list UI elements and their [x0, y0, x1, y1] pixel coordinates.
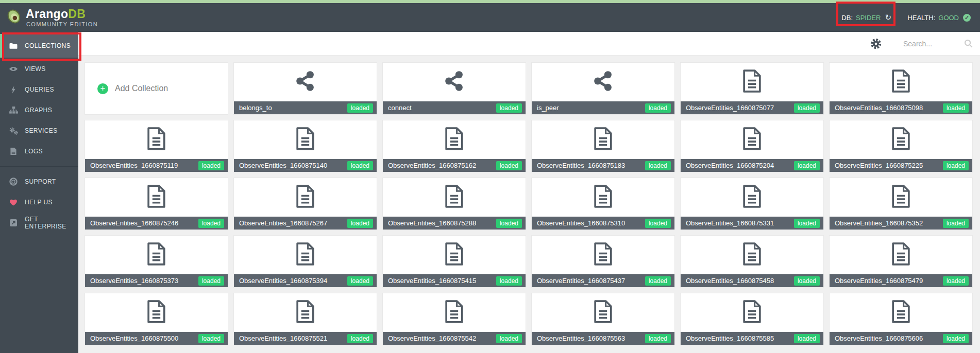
tile-footer: ObserveEntities_1660875077loaded [681, 101, 823, 114]
collection-name: ObserveEntities_1660875479 [835, 277, 940, 285]
gear-icon[interactable] [870, 38, 882, 49]
collection-name: ObserveEntities_1660875140 [239, 162, 344, 169]
collection-tile[interactable]: ObserveEntities_1660875140loaded [233, 120, 377, 172]
sidebar-item-label: HELP US [25, 199, 53, 206]
status-badge: loaded [794, 219, 820, 228]
avocado-icon [5, 8, 23, 27]
collection-tile[interactable]: ObserveEntities_1660875331loaded [680, 178, 824, 230]
tile-footer: connectloaded [383, 101, 526, 114]
health-label: HEALTH: [907, 14, 935, 22]
collection-tile[interactable]: ObserveEntities_1660875267loaded [233, 178, 377, 230]
db-indicator[interactable]: DB: SPIDER ↻ [841, 3, 891, 32]
tile-footer: ObserveEntities_1660875267loaded [234, 217, 377, 230]
collection-tile[interactable]: ObserveEntities_1660875162loaded [382, 120, 526, 172]
collection-tile[interactable]: ObserveEntities_1660875183loaded [531, 120, 675, 172]
search-icon[interactable] [964, 39, 973, 48]
sidebar-item-graphs[interactable]: GRAPHS [0, 100, 78, 120]
status-badge: loaded [943, 334, 969, 343]
collection-tile[interactable]: ObserveEntities_1660875119loaded [85, 120, 228, 172]
collection-tile[interactable]: ObserveEntities_1660875563loaded [531, 293, 675, 345]
collection-tile[interactable]: ObserveEntities_1660875500loaded [85, 293, 228, 345]
sidebar-item-logs[interactable]: LOGS [0, 141, 78, 162]
collection-name: ObserveEntities_1660875162 [388, 162, 493, 169]
collection-name: ObserveEntities_1660875394 [239, 277, 344, 285]
status-badge: loaded [943, 103, 969, 113]
collection-name: ObserveEntities_1660875204 [686, 162, 791, 169]
sidebar-item-support[interactable]: SUPPORT [0, 171, 78, 192]
refresh-icon[interactable]: ↻ [885, 13, 891, 22]
check-circle-icon: ✓ [963, 14, 971, 22]
external-link-icon [9, 219, 18, 227]
document-icon [296, 127, 315, 152]
sidebar-item-views[interactable]: VIEWS [0, 59, 78, 79]
collection-tile[interactable]: ObserveEntities_1660875542loaded [382, 293, 526, 345]
sidebar-item-label: GET ENTERPRISE [25, 216, 78, 230]
status-badge: loaded [198, 334, 224, 343]
document-icon [445, 242, 464, 268]
collection-name: connect [388, 104, 493, 112]
collection-tile[interactable]: ObserveEntities_1660875585loaded [680, 293, 824, 345]
tile-footer: ObserveEntities_1660875119loaded [85, 159, 228, 172]
arangodb-logo: ArangoDB COMMUNITY EDITION [5, 8, 98, 27]
status-badge: loaded [645, 219, 671, 228]
status-badge: loaded [347, 334, 373, 343]
collection-tile[interactable]: ObserveEntities_1660875373loaded [85, 235, 228, 288]
collection-name: ObserveEntities_1660875077 [686, 104, 791, 112]
collection-tile[interactable]: is_peerloaded [531, 62, 675, 115]
collection-tile[interactable]: ObserveEntities_1660875246loaded [85, 178, 228, 230]
collection-tile[interactable]: ObserveEntities_1660875437loaded [531, 235, 675, 288]
sidebar-item-get-enterprise[interactable]: GET ENTERPRISE [0, 213, 78, 233]
document-icon [147, 242, 166, 268]
tile-footer: ObserveEntities_1660875585loaded [681, 332, 823, 345]
collection-tile[interactable]: ObserveEntities_1660875394loaded [233, 235, 377, 288]
sidebar-item-help-us[interactable]: HELP US [0, 192, 78, 213]
collection-tile[interactable]: belongs_toloaded [233, 62, 377, 115]
sitemap-icon [9, 106, 18, 114]
tile-footer: ObserveEntities_1660875373loaded [85, 274, 228, 287]
logo-title: ArangoDB [26, 8, 98, 20]
document-icon [445, 300, 464, 325]
tile-footer: ObserveEntities_1660875415loaded [383, 274, 526, 287]
status-badge: loaded [794, 161, 820, 170]
collection-tile[interactable]: ObserveEntities_1660875352loaded [829, 178, 973, 230]
document-icon [147, 300, 166, 325]
collection-name: ObserveEntities_1660875119 [90, 162, 195, 169]
tile-footer: ObserveEntities_1660875331loaded [681, 217, 823, 230]
edge-icon [443, 69, 466, 95]
collection-name: ObserveEntities_1660875310 [537, 219, 642, 227]
sidebar-item-label: QUERIES [25, 86, 54, 93]
tile-footer: ObserveEntities_1660875542loaded [383, 332, 526, 345]
status-badge: loaded [198, 161, 224, 170]
sidebar-item-collections[interactable]: COLLECTIONS [0, 34, 78, 58]
tile-footer: ObserveEntities_1660875479loaded [830, 274, 972, 287]
document-icon [445, 185, 464, 210]
collection-tile[interactable]: ObserveEntities_1660875479loaded [829, 235, 973, 288]
tile-footer: belongs_toloaded [234, 101, 377, 114]
status-badge: loaded [794, 334, 820, 343]
collection-tile[interactable]: ObserveEntities_1660875310loaded [531, 178, 675, 230]
sidebar-item-queries[interactable]: QUERIES [0, 79, 78, 100]
collection-tile[interactable]: ObserveEntities_1660875204loaded [680, 120, 824, 172]
collection-tile[interactable]: ObserveEntities_1660875098loaded [829, 62, 973, 115]
collection-name: ObserveEntities_1660875458 [686, 277, 791, 285]
collection-tile[interactable]: ObserveEntities_1660875288loaded [382, 178, 526, 230]
sidebar-item-services[interactable]: SERVICES [0, 120, 78, 141]
health-status: GOOD [938, 14, 959, 22]
collection-name: ObserveEntities_1660875606 [835, 334, 940, 342]
status-badge: loaded [794, 103, 820, 113]
collection-tile[interactable]: ObserveEntities_1660875521loaded [233, 293, 377, 345]
document-icon [594, 185, 613, 210]
collection-tile[interactable]: ObserveEntities_1660875225loaded [829, 120, 973, 172]
collection-tile[interactable]: connectloaded [382, 62, 526, 115]
collection-tile[interactable]: ObserveEntities_1660875077loaded [680, 62, 824, 115]
collection-tile[interactable]: ObserveEntities_1660875606loaded [829, 293, 973, 345]
tile-footer: ObserveEntities_1660875310loaded [532, 217, 674, 230]
db-name: SPIDER [856, 14, 881, 22]
add-collection-button[interactable]: + Add Collection [85, 62, 228, 115]
tile-footer: ObserveEntities_1660875606loaded [830, 332, 972, 345]
collection-tile[interactable]: ObserveEntities_1660875458loaded [680, 235, 824, 288]
search-input[interactable] [903, 40, 959, 48]
collection-name: ObserveEntities_1660875585 [686, 334, 791, 342]
collection-tile[interactable]: ObserveEntities_1660875415loaded [382, 235, 526, 288]
sidebar-item-label: GRAPHS [25, 107, 52, 114]
